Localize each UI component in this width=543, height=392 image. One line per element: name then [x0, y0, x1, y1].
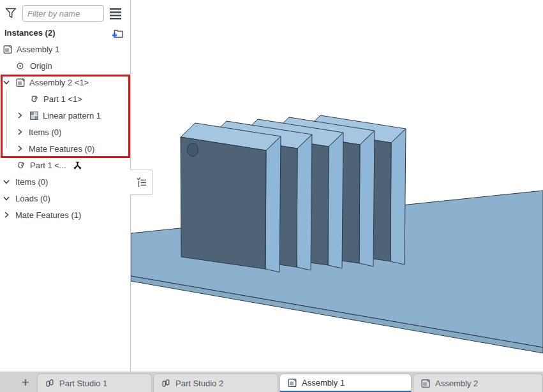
instance-tree: Assembly 1OriginAssembly 2 <1>Part 1 <1>…: [0, 0, 130, 372]
tree-item-part-1[interactable]: Part 1 <...: [16, 158, 83, 172]
chevron-collapsed-icon[interactable]: [16, 112, 25, 119]
part-icon: [16, 160, 27, 171]
chevron-collapsed-icon[interactable]: [16, 145, 25, 152]
tree-guide-line: [6, 90, 7, 149]
tree-item-part-1-1[interactable]: Part 1 <1>: [29, 92, 82, 106]
new-tab-button[interactable]: +: [14, 373, 37, 392]
chevron-expanded-icon[interactable]: [3, 78, 11, 86]
partstudio-icon: [161, 378, 172, 389]
chevron-collapsed-icon[interactable]: [16, 128, 25, 136]
tree-item-label: Part 1 <1>: [43, 94, 82, 104]
mateconnector-icon[interactable]: [72, 160, 83, 171]
tree-item-label: Items (0): [29, 127, 61, 137]
tab-label: Part Studio 2: [175, 379, 223, 388]
tab-label: Assembly 1: [302, 378, 345, 388]
assembly-icon: [420, 378, 431, 389]
assembly-icon: [15, 77, 26, 88]
tree-item-mate-features-0[interactable]: Mate Features (0): [16, 142, 94, 156]
document-tab-bar: + Part Studio 1Part Studio 2Assembly 1As…: [0, 372, 543, 392]
tree-item-label: Origin: [30, 61, 52, 71]
tree-item-label: Mate Features (1): [15, 210, 81, 220]
tree-item-label: Assembly 1: [17, 45, 59, 54]
chevron-expanded-icon[interactable]: [3, 178, 11, 185]
plate-side-face[interactable]: [328, 133, 343, 268]
pattern-icon: [29, 110, 40, 121]
tree-item-label: Items (0): [15, 177, 48, 187]
chevron-expanded-icon[interactable]: [3, 194, 11, 202]
tree-item-loads-0[interactable]: Loads (0): [3, 191, 50, 205]
feature-list-toggle-button[interactable]: [130, 170, 153, 195]
instances-panel: Instances (2) Assembly 1OriginAssembly 2…: [0, 0, 131, 372]
tree-item-items-0[interactable]: Items (0): [16, 125, 61, 139]
assembly-icon: [3, 44, 13, 55]
part-plate-with-hole[interactable]: [181, 123, 281, 272]
tree-item-label: Assembly 2 <1>: [29, 78, 89, 87]
plate-hole[interactable]: [188, 143, 198, 157]
tree-item-label: Loads (0): [15, 194, 50, 203]
tree-item-label: Part 1 <...: [30, 161, 66, 170]
tab-label: Assembly 2: [435, 379, 478, 388]
plate-side-face[interactable]: [359, 131, 375, 266]
plate-side-face[interactable]: [391, 129, 406, 265]
tree-item-label: Mate Features (0): [29, 144, 94, 154]
part-icon: [29, 94, 40, 105]
tree-item-assembly-1[interactable]: Assembly 1: [3, 42, 59, 56]
plate-side-face[interactable]: [265, 136, 281, 272]
tab-part-studio-1[interactable]: Part Studio 1: [37, 374, 152, 392]
tab-assembly-2[interactable]: Assembly 2: [413, 374, 543, 392]
tree-item-linear-pattern-1[interactable]: Linear pattern 1: [16, 108, 101, 122]
assembly-icon: [287, 377, 298, 388]
tab-part-studio-2[interactable]: Part Studio 2: [153, 374, 278, 392]
tree-item-origin[interactable]: Origin: [16, 59, 52, 73]
chevron-collapsed-icon[interactable]: [3, 211, 11, 219]
tree-item-assembly-2-1[interactable]: Assembly 2 <1>: [3, 75, 89, 89]
tree-item-label: Linear pattern 1: [43, 111, 101, 120]
plate-side-face[interactable]: [297, 134, 312, 270]
partstudio-icon: [45, 378, 56, 389]
tree-item-mate-features-1[interactable]: Mate Features (1): [3, 208, 81, 222]
tab-assembly-1[interactable]: Assembly 1: [279, 374, 412, 392]
list-check-icon: [135, 176, 148, 189]
3d-viewport[interactable]: [131, 0, 543, 372]
origin-icon: [16, 61, 27, 71]
plate-front-face[interactable]: [181, 137, 266, 269]
tab-label: Part Studio 1: [59, 379, 107, 388]
tree-item-items-0[interactable]: Items (0): [3, 175, 48, 189]
